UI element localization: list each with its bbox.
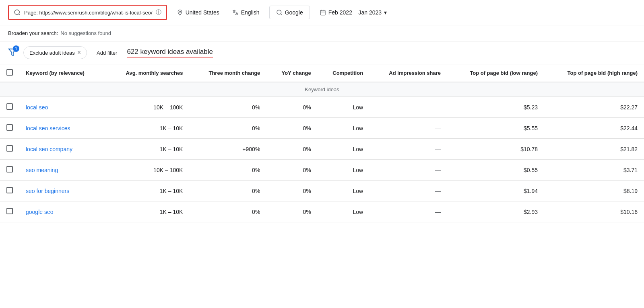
filter-chip[interactable]: Exclude adult ideas × [23,46,87,59]
search-input-display: Page: https://www.semrush.com/blog/what-… [24,10,153,16]
search-icon [14,9,21,16]
svg-line-1 [19,14,20,15]
keyword-cell[interactable]: seo for beginners [19,181,105,201]
row-checkbox[interactable] [6,124,13,131]
language-label: English [241,9,260,16]
svg-point-2 [179,11,180,12]
search-engine-label: Google [285,9,303,16]
keyword-cell[interactable]: seo meaning [19,160,105,181]
broaden-bar: Broaden your search: No suggestions foun… [0,25,644,41]
dash-value: — [435,104,441,111]
keyword-count: 622 keyword ideas available [127,48,213,57]
section-label: Keyword ideas [0,82,644,97]
table-row: local seo services1K – 10K0%0%Low—$5.55$… [0,118,644,139]
keyword-cell[interactable]: local seo services [19,118,105,139]
table-row: local seo10K – 100K0%0%Low—$5.23$22.27 [0,97,644,118]
date-range-button[interactable]: Feb 2022 – Jan 2023 ▾ [316,8,390,17]
dash-value: — [435,167,441,173]
location-label: United States [186,9,219,16]
filter-badge: 1 [13,45,19,52]
filter-chip-close-icon[interactable]: × [77,49,81,56]
svg-point-3 [277,10,281,14]
col-avg-monthly[interactable]: Avg. monthly searches [105,64,190,82]
col-yoy[interactable]: YoY change [266,64,317,82]
row-checkbox[interactable] [6,145,13,152]
svg-point-0 [14,10,19,14]
select-all-checkbox[interactable] [6,69,13,76]
section-row: Keyword ideas [0,82,644,97]
svg-rect-5 [320,10,325,15]
table-row: google seo1K – 10K0%0%Low—$2.93$10.16 [0,201,644,222]
filter-chip-label: Exclude adult ideas [29,50,75,56]
keyword-cell[interactable]: local seo [19,97,105,118]
search-engine-button[interactable]: Google [269,6,310,19]
broaden-label: Broaden your search: [8,30,58,36]
dash-value: — [435,188,441,194]
row-checkbox[interactable] [6,103,13,110]
search-engine-icon [276,9,283,16]
row-checkbox[interactable] [6,208,13,214]
location-icon [177,9,183,16]
table-row: seo meaning10K – 100K0%0%Low—$0.55$3.71 [0,160,644,181]
top-bar: Page: https://www.semrush.com/blog/what-… [0,0,644,25]
col-bid-low[interactable]: Top of page bid (low range) [447,64,544,82]
keyword-cell[interactable]: local seo company [19,139,105,160]
location-button[interactable]: United States [173,8,223,17]
row-checkbox[interactable] [6,166,13,172]
language-icon [232,9,239,16]
dash-value: — [435,125,441,131]
filter-bar: 1 Exclude adult ideas × Add filter 622 k… [0,41,644,64]
col-competition[interactable]: Competition [318,64,369,82]
table-header-row: Keyword (by relevance) Avg. monthly sear… [0,64,644,82]
info-icon[interactable]: ⓘ [156,9,161,16]
col-keyword[interactable]: Keyword (by relevance) [19,64,105,82]
broaden-message: No suggestions found [60,30,111,36]
keyword-table: Keyword (by relevance) Avg. monthly sear… [0,64,644,222]
col-three-month[interactable]: Three month change [189,64,266,82]
dash-value: — [435,146,441,152]
col-bid-high[interactable]: Top of page bid (high range) [544,64,644,82]
svg-line-4 [281,14,282,15]
chevron-down-icon: ▾ [384,9,387,16]
keyword-table-container: Keyword (by relevance) Avg. monthly sear… [0,64,644,222]
date-range-label: Feb 2022 – Jan 2023 [328,9,382,16]
add-filter-button[interactable]: Add filter [93,48,120,57]
table-row: local seo company1K – 10K+900%0%Low—$10.… [0,139,644,160]
col-checkbox[interactable] [0,64,19,82]
keyword-cell[interactable]: google seo [19,201,105,222]
row-checkbox[interactable] [6,187,13,193]
table-row: seo for beginners1K – 10K0%0%Low—$1.94$8… [0,181,644,201]
filter-icon-wrapper[interactable]: 1 [8,48,17,58]
calendar-icon [320,9,326,16]
language-button[interactable]: English [229,8,263,17]
col-ad-impression[interactable]: Ad impression share [369,64,447,82]
dash-value: — [435,209,441,215]
search-box[interactable]: Page: https://www.semrush.com/blog/what-… [8,5,167,20]
